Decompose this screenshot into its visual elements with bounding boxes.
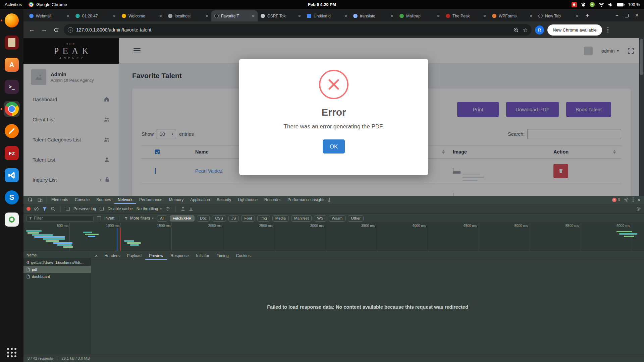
tab-close-icon[interactable]: × [206, 14, 208, 18]
tab-favorite-talent[interactable]: Favorite T× [211, 10, 258, 21]
clear-network-log-button[interactable] [34, 207, 39, 211]
dock-document-viewer-icon[interactable] [4, 35, 20, 51]
devtools-tab-memory[interactable]: Memory [166, 196, 187, 204]
filter-toggle-icon[interactable] [42, 207, 47, 211]
filter-box[interactable] [26, 215, 94, 222]
devtools-tab-performance[interactable]: Performance [136, 196, 166, 204]
new-tab-button[interactable]: + [582, 12, 593, 19]
tab-close-icon[interactable]: × [159, 14, 162, 18]
detail-tab-cookies[interactable]: Cookies [232, 251, 254, 260]
activities-button[interactable]: Activities [5, 2, 22, 7]
filter-chip-doc[interactable]: Doc [197, 215, 210, 222]
focused-app-menu[interactable]: Google Chrome [29, 2, 67, 7]
detail-tab-response[interactable]: Response [167, 251, 193, 260]
show-applications-button[interactable] [7, 348, 16, 357]
window-minimize-button[interactable]: − [615, 13, 618, 18]
filter-chip-manifest[interactable]: Manifest [291, 215, 312, 222]
tab-mailtrap[interactable]: Mailtrap× [396, 10, 443, 21]
browser-menu-icon[interactable] [605, 27, 611, 33]
forward-button[interactable]: → [40, 26, 48, 34]
dock-screenshot-tool-icon[interactable] [4, 123, 20, 139]
disable-cache-checkbox[interactable] [100, 207, 104, 211]
filter-input[interactable] [34, 216, 91, 221]
more-filters-button[interactable]: More filters ▾ [124, 216, 154, 221]
back-button[interactable]: ← [28, 26, 36, 34]
window-close-button[interactable]: × [635, 12, 639, 19]
bookmark-star-icon[interactable]: ☆ [523, 27, 528, 33]
screen-record-icon[interactable] [572, 2, 577, 7]
devtools-tab-elements[interactable]: Elements [48, 196, 71, 204]
filter-chip-img[interactable]: Img [257, 215, 270, 222]
tab-close-icon[interactable]: × [344, 14, 347, 18]
tab-close-icon[interactable]: × [113, 14, 116, 18]
tab-wpforms[interactable]: WPForms× [489, 10, 535, 21]
devtools-settings-icon[interactable] [624, 197, 629, 202]
tab-close-icon[interactable]: × [298, 14, 301, 18]
request-list-header[interactable]: Name [23, 251, 91, 259]
detail-tab-timing[interactable]: Timing [213, 251, 232, 260]
devtools-tab-performance-insights[interactable]: Performance insights [284, 196, 334, 204]
filter-chip-fetch-xhr[interactable]: Fetch/XHR [170, 215, 195, 222]
dock-green-app-icon[interactable] [4, 212, 20, 228]
tab-translate[interactable]: translate× [350, 10, 396, 21]
tab-webmail[interactable]: Webmail× [26, 10, 72, 21]
zoom-icon[interactable] [513, 27, 519, 33]
devtools-tab-console[interactable]: Console [71, 196, 93, 204]
filter-chip-js[interactable]: JS [228, 215, 239, 222]
network-settings-icon[interactable] [636, 206, 641, 211]
detail-tab-initiator[interactable]: Initiator [193, 251, 213, 260]
invert-checkbox[interactable] [97, 216, 101, 220]
site-info-icon[interactable]: i [68, 27, 73, 33]
tab-close-icon[interactable]: × [437, 14, 440, 18]
tab-close-icon[interactable]: × [252, 14, 255, 18]
devtools-tab-application[interactable]: Application [187, 196, 213, 204]
dock-app-store-icon[interactable]: A [4, 57, 20, 73]
status-tray-icon[interactable] [590, 2, 595, 7]
filter-chip-css[interactable]: CSS [212, 215, 226, 222]
dock-chrome-icon[interactable] [4, 101, 20, 117]
search-icon[interactable] [51, 206, 55, 211]
devtools-tab-recorder[interactable]: Recorder [261, 196, 284, 204]
device-toolbar-icon[interactable] [35, 197, 45, 202]
filter-chip-wasm[interactable]: Wasm [329, 215, 345, 222]
battery-icon[interactable] [617, 3, 625, 7]
tab-csrf[interactable]: CSRF Tok× [258, 10, 304, 21]
dock-skype-icon[interactable]: S [4, 189, 20, 205]
detail-tab-preview[interactable]: Preview [145, 251, 167, 260]
network-request-row[interactable]: dashboard [23, 273, 91, 280]
tab-welcome[interactable]: Welcome× [119, 10, 165, 21]
ok-button[interactable]: OK [323, 139, 345, 154]
dock-filezilla-icon[interactable]: FZ [4, 145, 20, 161]
tab-close-icon[interactable]: × [530, 14, 532, 18]
record-network-log-button[interactable] [26, 207, 31, 211]
filter-chip-media[interactable]: Media [272, 215, 289, 222]
filter-chip-font[interactable]: Font [241, 215, 255, 222]
inspect-element-icon[interactable] [25, 197, 35, 202]
filter-chip-other[interactable]: Other [348, 215, 364, 222]
volume-icon[interactable] [608, 2, 613, 7]
reload-button[interactable] [52, 27, 60, 33]
filter-chip-ws[interactable]: WS [314, 215, 326, 222]
devtools-close-icon[interactable]: × [638, 197, 641, 203]
detail-tab-headers[interactable]: Headers [101, 251, 123, 260]
network-conditions-icon[interactable] [165, 207, 170, 211]
tab-new-tab[interactable]: New Tab× [535, 10, 582, 21]
tab-close-icon[interactable]: × [576, 14, 579, 18]
dock-vscode-icon[interactable] [4, 167, 20, 183]
devtools-tab-network[interactable]: Network [114, 196, 136, 204]
clock[interactable]: Feb 6 4:20 PM [308, 2, 336, 7]
network-request-row[interactable]: pdf [23, 266, 91, 273]
export-har-icon[interactable] [189, 206, 193, 211]
console-error-badge[interactable]: ×3 [612, 197, 620, 202]
chrome-update-button[interactable]: New Chrome available [547, 24, 602, 36]
wifi-icon[interactable] [598, 2, 604, 7]
detail-tab-payload[interactable]: Payload [123, 251, 145, 260]
tab-localhost[interactable]: localhost× [165, 10, 211, 21]
network-timeline[interactable]: 500 ms1000 ms1500 ms2000 ms2500 ms3000 m… [23, 223, 644, 251]
dock-terminal-icon[interactable]: >_ [4, 79, 20, 95]
devtools-menu-icon[interactable] [633, 197, 634, 202]
tab-close-icon[interactable]: × [483, 14, 486, 18]
profile-avatar[interactable]: R [535, 25, 544, 35]
filter-chip-all[interactable]: All [157, 215, 167, 222]
tab-untitled-doc[interactable]: Untitled d× [304, 10, 350, 21]
